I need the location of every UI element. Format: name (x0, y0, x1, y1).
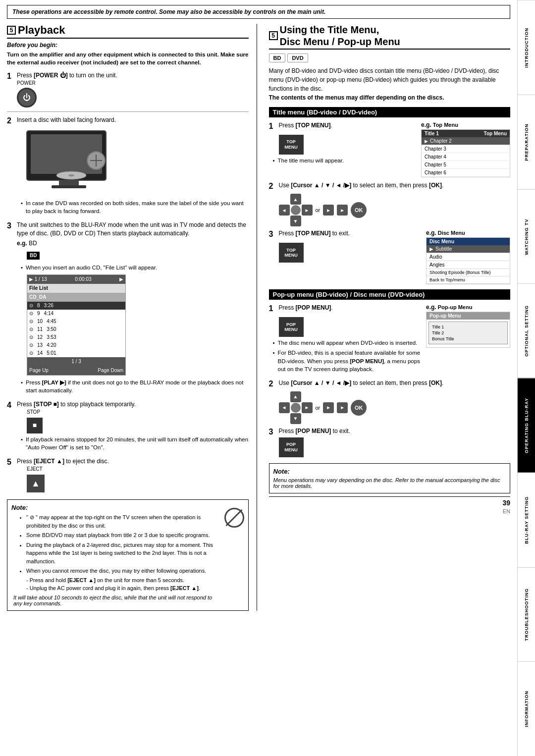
disc-badges: BD DVD (269, 54, 511, 62)
divider-1 (7, 111, 249, 112)
disc-menu-shooting: Shooting Episode (Bonus Title) (427, 269, 510, 276)
cursor-buttons-2: ▲ ◄ ► ▼ or ► ► OK (279, 391, 511, 424)
nav-up-1: ▲ (290, 194, 301, 205)
eject-button-icon: ▲ (27, 475, 45, 492)
nav-right-3: ► (337, 205, 348, 216)
file-list-subtitle: CD_DA (27, 293, 125, 302)
pop-menu-button-icon: POPMENU (279, 317, 304, 337)
cursor-buttons-1: ▲ ◄ ► ▼ or ► ► OK (279, 194, 511, 226)
title-menu-step-3-row: 3 Press [TOP MENU] to exit. (269, 229, 422, 239)
step-1-num: 1 (7, 71, 15, 81)
step-4-bullet: If playback remains stopped for 20 minut… (22, 435, 249, 451)
file-list-row-13: ⊙134:20 (27, 341, 125, 349)
title-menu-eg-box: e.g. Top Menu Title 1Top Menu ▶ Chapter … (421, 121, 510, 177)
step-2-bullet: In case the DVD was recorded on both sid… (22, 199, 249, 215)
top-notice: These operations are accessible by remot… (7, 5, 510, 19)
nav-right-6: ► (337, 402, 348, 413)
disc-menu-title: Disc Menu (427, 238, 510, 245)
nav-right-5: ► (323, 402, 334, 413)
file-list-row-14: ⊙145:01 (27, 349, 125, 357)
tab-optional-setting[interactable]: OPTIONAL SETTING (518, 283, 535, 378)
title-menu-appear-note: The title menu will appear. (274, 157, 417, 164)
popup-eg-box: Pop-up Menu Title 1 Title 2 Bonus Title (426, 312, 510, 348)
step-4-content: Press [STOP ■] to stop playback temporar… (17, 400, 249, 453)
title-menu-step-1: 1 Press [TOP MENU]. TOPMENU The title me… (269, 121, 511, 177)
ok-button-2: OK (351, 400, 367, 416)
step-3-bullet2: Press [PLAY ▶] if the unit does not go t… (22, 378, 249, 394)
step-2: 2 Insert a disc with label facing forwar… (7, 116, 249, 217)
disc-menu-box: Disc Menu ▶ Subtitle Audio Angles Shooti… (426, 237, 510, 284)
step-5-num: 5 (7, 457, 15, 467)
step-2-content: Insert a disc with label facing forward. (17, 116, 249, 217)
step-1: 1 Press [POWER ⏻] to turn on the unit. P… (7, 71, 249, 108)
popup-menu-row-title2: Title 2 (431, 330, 505, 336)
disc-menu-eg-box: e.g. Disc Menu Disc Menu ▶ Subtitle Audi… (426, 229, 510, 284)
eg-chapter-4: Chapter 4 (422, 153, 510, 161)
prohibition-icon (224, 508, 244, 528)
nav-circle-2: ▲ ◄ ► ▼ (279, 391, 313, 424)
tab-introduction[interactable]: INTRODUCTION (518, 0, 535, 95)
file-list-row-11: ⊙113:50 (27, 325, 125, 333)
pop-menu-button-icon-2: POPMENU (279, 437, 304, 457)
step-5-content: Press [EJECT ▲] to eject the disc. EJECT… (17, 457, 249, 494)
tab-operating-blu-ray[interactable]: OPERATING BLU-RAY (518, 378, 535, 473)
file-list-row-8: ⊙83:26 (27, 302, 125, 310)
right-title: 5 Using the Title Menu,Disc Menu / Pop-u… (269, 24, 511, 50)
file-list-title: File List (27, 284, 125, 293)
note-title-left: Note: (11, 504, 219, 511)
note-content-right: Menu operations may vary depending on th… (273, 477, 506, 489)
tab-information[interactable]: INFORMATION (518, 661, 535, 756)
file-list-row-10: ⊙104:45 (27, 318, 125, 325)
tab-preparation[interactable]: PREPARATION (518, 95, 535, 189)
playback-title: 5 Playback (7, 24, 249, 39)
bd-badge: BD (27, 252, 40, 260)
en-label: EN (503, 508, 510, 514)
side-tabs: INTRODUCTION PREPARATION WATCHING TV OPT… (517, 0, 535, 756)
title-menu-step-2: 2 Use [Cursor ▲ / ▼ / ◄ /▶] to select an… (269, 181, 511, 191)
step-4: 4 Press [STOP ■] to stop playback tempor… (7, 400, 249, 453)
nav-center-2 (291, 403, 301, 413)
top-menu-button-icon: TOPMENU (279, 135, 304, 155)
eg-bd-value: BD (29, 240, 37, 247)
title-menu-step-3: 3 Press [TOP MENU] to exit. TOPMENU e.g.… (269, 229, 511, 284)
eg-bd-label: e.g. (17, 240, 27, 247)
popup-step-1-row: 1 Press [POP MENU]. (269, 304, 422, 313)
tab-troubleshooting[interactable]: TROUBLESHOOTING (518, 567, 535, 662)
nav-center-1 (291, 205, 301, 215)
right-checkbox-icon: 5 (269, 31, 278, 40)
left-column: 5 Playback Before you begin: Turn on the… (7, 24, 257, 611)
top-menu-eg-box: Title 1Top Menu ▶ Chapter 2 Chapter 3 Ch… (421, 129, 510, 177)
nav-up-2: ▲ (290, 391, 301, 402)
disc-menu-angles: Angles (427, 261, 510, 269)
nav-right-2: ► (323, 205, 334, 216)
eg-chapter-5: Chapter 5 (422, 161, 510, 169)
nav-left-2: ◄ (279, 402, 290, 413)
popup-menu-row-bonus: Bonus Title (431, 336, 505, 342)
note-title-right: Note: (273, 468, 506, 475)
nav-down-2: ▼ (290, 413, 301, 424)
before-begin-label: Before you begin: (7, 42, 249, 49)
disc-menu-audio: Audio (427, 253, 510, 261)
tab-blu-ray-setting[interactable]: BLU-RAY SETTING (518, 473, 535, 567)
popup-bullet-2: For BD-video, this is a special feature … (274, 349, 422, 373)
disc-menu-subtitle: ▶ Subtitle (427, 245, 510, 253)
popup-menu-visual: Title 1 Title 2 Bonus Title (428, 322, 508, 344)
title-menu-section-title: Title menu (BD-video / DVD-video) (269, 107, 511, 117)
stop-label: STOP (27, 409, 249, 416)
nav-right-1: ► (302, 205, 313, 216)
svg-rect-3 (52, 185, 86, 188)
step-4-num: 4 (7, 400, 15, 410)
eg-chapter-6: Chapter 6 (422, 169, 510, 177)
tv-illustration (22, 128, 116, 193)
power-button-icon: ⏻ (17, 88, 37, 108)
tab-watching-tv[interactable]: WATCHING TV (518, 189, 535, 284)
right-title-text: Using the Title Menu,Disc Menu / Pop-up … (280, 24, 400, 48)
file-list-page: 1 / 3 (27, 357, 125, 366)
note-content-left: " ⊘ " may appear at the top-right on the… (11, 513, 219, 593)
popup-step-3: 3 Press [POP MENU] to exit. POPMENU (269, 427, 511, 459)
svg-rect-2 (59, 180, 79, 185)
popup-eg: e.g. Pop-up Menu Pop-up Menu Title 1 Tit… (426, 304, 510, 348)
main-content: These operations are accessible by remot… (0, 0, 517, 756)
eject-label: EJECT (27, 466, 249, 473)
or-text-1: or (316, 207, 321, 213)
